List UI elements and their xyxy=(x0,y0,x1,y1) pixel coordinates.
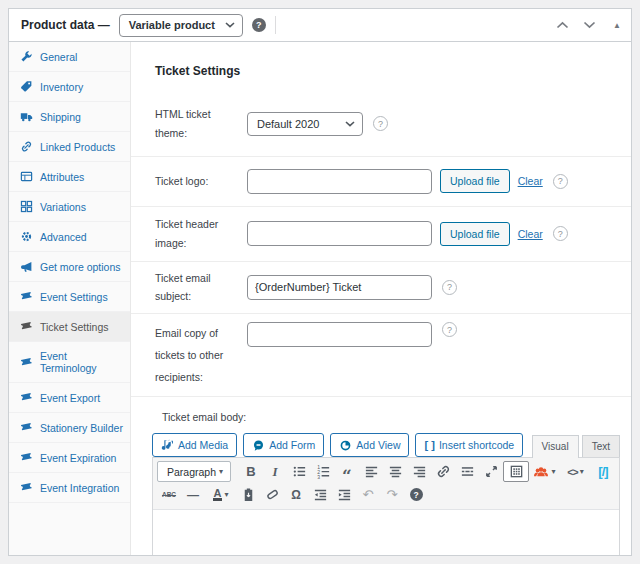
megaphone-icon xyxy=(20,260,33,273)
clear-link[interactable]: Clear xyxy=(518,228,543,240)
help-tip-icon[interactable]: ? xyxy=(373,116,388,131)
outdent-button[interactable] xyxy=(308,484,332,505)
align-right-button[interactable] xyxy=(407,461,431,482)
italic-button[interactable]: I xyxy=(263,461,287,482)
strikethrough-icon: ABC xyxy=(162,491,176,498)
sidebar-item-ticket-settings[interactable]: Ticket Settings xyxy=(9,312,130,342)
move-down-icon[interactable] xyxy=(580,16,598,34)
add-media-button[interactable]: Add Media xyxy=(152,433,237,457)
bulleted-list-icon xyxy=(292,464,307,479)
product-data-tabs: General Inventory Shipping Linked Produc… xyxy=(9,42,131,555)
insert-shortcode-button[interactable]: [ ] Insert shortcode xyxy=(415,433,523,457)
clear-formatting-button[interactable] xyxy=(260,484,284,505)
shortcode-button[interactable]: [/] xyxy=(591,461,615,482)
view-circle-icon xyxy=(339,439,352,452)
grid-icon xyxy=(20,200,33,213)
bulleted-list-button[interactable] xyxy=(287,461,311,482)
paste-as-text-button[interactable] xyxy=(236,484,260,505)
sidebar-item-attributes[interactable]: Attributes xyxy=(9,162,130,192)
sidebar-item-inventory[interactable]: Inventory xyxy=(9,72,130,102)
text-color-button[interactable]: A▾ xyxy=(205,484,236,505)
bold-button[interactable]: B xyxy=(239,461,263,482)
ticket-icon xyxy=(20,451,33,464)
blockquote-button[interactable]: “ xyxy=(335,461,359,482)
help-tip-icon[interactable]: ? xyxy=(442,280,457,295)
ticket-icon xyxy=(20,421,33,434)
panel-header: Product data — Variable product ? ▲ xyxy=(9,9,631,42)
indent-icon xyxy=(337,487,352,502)
link-button[interactable] xyxy=(431,461,455,482)
collapse-panel-icon[interactable]: ▲ xyxy=(613,21,621,30)
sidebar-item-stationery-builder[interactable]: Stationery Builder xyxy=(9,413,130,443)
format-select[interactable]: Paragraph ▾ xyxy=(157,461,231,482)
sidebar-item-advanced[interactable]: Advanced xyxy=(9,222,130,252)
numbered-list-icon: 123 xyxy=(316,464,331,479)
align-left-button[interactable] xyxy=(359,461,383,482)
ticket-email-subject-input[interactable] xyxy=(247,275,432,300)
upload-file-button[interactable]: Upload file xyxy=(440,222,510,246)
keyboard-help-button[interactable]: ? xyxy=(404,484,428,505)
sidebar-item-general[interactable]: General xyxy=(9,42,130,72)
sidebar-item-variations[interactable]: Variations xyxy=(9,192,130,222)
horizontal-rule-icon: — xyxy=(187,488,199,502)
read-more-button[interactable] xyxy=(455,461,479,482)
field-label: Ticket logo: xyxy=(155,172,247,191)
editor-toolbar-row2: ABC — A▾ Ω ↶ ↷ ? xyxy=(153,484,619,509)
add-form-button[interactable]: Add Form xyxy=(243,433,324,457)
align-left-icon xyxy=(364,464,379,479)
special-character-button[interactable]: Ω xyxy=(284,484,308,505)
ticket-logo-input[interactable] xyxy=(247,169,432,194)
product-type-select[interactable]: Variable product xyxy=(119,14,243,37)
numbered-list-button[interactable]: 123 xyxy=(311,461,335,482)
move-up-icon[interactable] xyxy=(553,16,571,34)
tab-visual[interactable]: Visual xyxy=(532,435,579,458)
undo-button[interactable]: ↶ xyxy=(356,484,380,505)
ticket-header-image-input[interactable] xyxy=(247,221,432,246)
sidebar-item-event-integration[interactable]: Event Integration xyxy=(9,473,130,503)
undo-icon: ↶ xyxy=(363,487,374,502)
strikethrough-button[interactable]: ABC xyxy=(157,484,181,505)
sidebar-item-event-settings[interactable]: Event Settings xyxy=(9,282,130,312)
toolbar-toggle-button[interactable] xyxy=(503,461,529,482)
header-divider xyxy=(275,16,276,34)
chevron-down-icon xyxy=(345,121,355,127)
redo-button[interactable]: ↷ xyxy=(380,484,404,505)
bold-icon: B xyxy=(246,464,255,479)
sidebar-item-get-more-options[interactable]: Get more options xyxy=(9,252,130,282)
attendees-button[interactable]: ▾ xyxy=(529,461,560,482)
sidebar-item-shipping[interactable]: Shipping xyxy=(9,102,130,132)
product-type-help-icon[interactable]: ? xyxy=(252,18,266,32)
brackets-icon: [ ] xyxy=(424,439,434,451)
read-more-icon xyxy=(460,464,475,479)
field-label: Ticket header image: xyxy=(155,215,247,253)
code-button[interactable]: <>▾ xyxy=(560,461,591,482)
media-icon xyxy=(161,439,174,452)
editor-body[interactable] xyxy=(153,509,619,555)
sidebar-item-linked-products[interactable]: Linked Products xyxy=(9,132,130,162)
ticket-email-body-group: Ticket email body: Add Media Add Form Ad… xyxy=(152,411,620,555)
fullscreen-button[interactable] xyxy=(479,461,503,482)
toolbar-toggle-icon xyxy=(509,464,524,479)
horizontal-rule-button[interactable]: — xyxy=(181,484,205,505)
clear-link[interactable]: Clear xyxy=(518,175,543,187)
email-copy-input[interactable] xyxy=(247,322,432,347)
help-tip-icon[interactable]: ? xyxy=(442,322,457,337)
help-tip-icon[interactable]: ? xyxy=(553,174,568,189)
code-icon: <> xyxy=(567,466,577,478)
upload-file-button[interactable]: Upload file xyxy=(440,169,510,193)
tab-text[interactable]: Text xyxy=(582,435,620,458)
help-tip-icon[interactable]: ? xyxy=(553,226,568,241)
field-label: HTML ticket theme: xyxy=(155,105,247,143)
editor-frame: Paragraph ▾ B I 123 “ xyxy=(152,457,620,555)
sidebar-item-event-expiration[interactable]: Event Expiration xyxy=(9,443,130,473)
italic-icon: I xyxy=(272,464,277,480)
sidebar-item-event-export[interactable]: Event Export xyxy=(9,383,130,413)
indent-button[interactable] xyxy=(332,484,356,505)
omega-icon: Ω xyxy=(291,488,301,502)
add-view-button[interactable]: Add View xyxy=(330,433,409,457)
sidebar-item-event-terminology[interactable]: Event Terminology xyxy=(9,342,130,383)
caret-down-icon: ▾ xyxy=(551,467,555,476)
ticket-logo-row: Ticket logo: Upload file Clear ? xyxy=(131,157,631,207)
align-center-button[interactable] xyxy=(383,461,407,482)
ticket-theme-select[interactable]: Default 2020 xyxy=(247,112,363,136)
